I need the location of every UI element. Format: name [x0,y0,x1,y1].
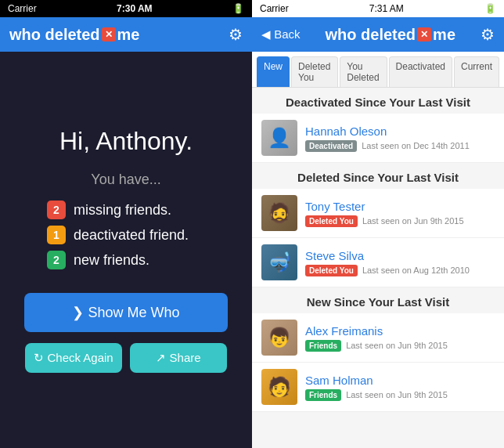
avatar: 🧔 [261,195,297,231]
friend-name: Hannah Oleson [305,125,495,138]
x-icon: ✕ [102,27,116,42]
battery-icon: 🔋 [232,3,244,14]
friend-name: Sam Holman [305,374,495,387]
stat-row: 2missing friends. [47,201,189,219]
stat-badge: 1 [47,226,66,244]
right-title-me: me [433,26,455,44]
right-battery: 🔋 [484,3,496,14]
right-content: Deactivated Since Your Last Visit👤Hannah… [252,88,504,448]
list-item[interactable]: 🧑Sam HolmanFriendsLast seen on Jun 9th 2… [252,363,504,412]
left-carrier: Carrier [8,3,37,14]
share-button[interactable]: ↗ Share [130,343,227,373]
section-header: Deactivated Since Your Last Visit [252,88,504,114]
friend-info: Tony TesterDeleted YouLast seen on Jun 9… [305,200,495,227]
tab-deleted-you[interactable]: Deleted You [291,56,338,87]
right-header: ◀ Back who deleted ✕ me ⚙ [252,17,504,52]
right-x-icon: ✕ [417,27,431,42]
last-seen-text: Last seen on Aug 12th 2010 [362,266,470,275]
right-time: 7:31 AM [369,3,404,14]
greeting-text: Hi, Anthony. [59,127,193,156]
stat-row: 2new friends. [47,251,189,269]
stat-label: new friends. [74,252,149,269]
friend-info: Steve SilvaDeleted YouLast seen on Aug 1… [305,249,495,276]
settings-icon[interactable]: ⚙ [229,25,243,44]
right-app-title: who deleted ✕ me [326,26,455,44]
show-me-who-button[interactable]: ❯ Show Me Who [24,293,228,332]
stat-label: missing friends. [74,202,171,219]
friend-info: Sam HolmanFriendsLast seen on Jun 9th 20… [305,374,495,401]
friend-meta: DeactivatedLast seen on Dec 14th 2011 [305,140,495,152]
left-time: 7:30 AM [117,3,153,14]
avatar: 👦 [261,320,297,356]
left-content: Hi, Anthony. You have... 2missing friend… [0,52,252,448]
stat-badge: 2 [47,251,66,269]
list-item[interactable]: 👤Hannah OlesonDeactivatedLast seen on De… [252,114,504,163]
list-item[interactable]: 👦Alex FreimanisFriendsLast seen on Jun 9… [252,313,504,363]
tab-deactivated[interactable]: Deactivated [389,56,452,87]
left-header: who deleted ✕ me ⚙ [0,17,252,52]
friend-info: Alex FreimanisFriendsLast seen on Jun 9t… [305,324,495,352]
friend-meta: Deleted YouLast seen on Jun 9th 2015 [305,215,495,227]
friend-meta: FriendsLast seen on Jun 9th 2015 [305,340,495,352]
friend-info: Hannah OlesonDeactivatedLast seen on Dec… [305,125,495,152]
avatar: 🤿 [261,244,297,280]
right-title-who: who deleted [326,26,416,44]
status-badge: Friends [305,389,341,401]
last-seen-text: Last seen on Dec 14th 2011 [362,141,470,150]
section-header: Deleted Since Your Last Visit [252,163,504,189]
tabs-bar: NewDeleted YouYou DeletedDeactivatedCurr… [252,52,504,88]
last-seen-text: Last seen on Jun 9th 2015 [346,341,448,350]
stat-label: deactivated friend. [74,227,189,244]
right-status-bar: Carrier 7:31 AM 🔋 [252,0,504,17]
friend-name: Steve Silva [305,249,495,262]
title-me: me [117,26,140,44]
right-panel: Carrier 7:31 AM 🔋 ◀ Back who deleted ✕ m… [252,0,504,448]
you-have-text: You have... [91,172,160,188]
back-button[interactable]: ◀ Back [261,27,301,42]
list-item[interactable]: 🧔Tony TesterDeleted YouLast seen on Jun … [252,189,504,238]
secondary-buttons: ↻ Check Again ↗ Share [25,343,227,373]
status-badge: Deleted You [305,215,358,227]
left-status-bar: Carrier 7:30 AM 🔋 [0,0,252,17]
friend-meta: Deleted YouLast seen on Aug 12th 2010 [305,265,495,276]
check-again-button[interactable]: ↻ Check Again [25,343,122,373]
friend-name: Tony Tester [305,200,495,213]
status-badge: Deleted You [305,265,358,276]
friend-meta: FriendsLast seen on Jun 9th 2015 [305,389,495,401]
tab-current[interactable]: Current [454,56,499,87]
stats-list: 2missing friends.1deactivated friend.2ne… [16,201,189,269]
list-item[interactable]: 🤿Steve SilvaDeleted YouLast seen on Aug … [252,238,504,287]
status-badge: Deactivated [305,140,357,152]
stat-row: 1deactivated friend. [47,226,189,244]
left-panel: Carrier 7:30 AM 🔋 who deleted ✕ me ⚙ Hi,… [0,0,252,448]
friend-name: Alex Freimanis [305,324,495,338]
right-carrier: Carrier [260,3,289,14]
section-header: New Since Your Last Visit [252,287,504,313]
last-seen-text: Last seen on Jun 9th 2015 [362,216,464,226]
tab-you-deleted[interactable]: You Deleted [340,56,387,87]
left-app-title: who deleted ✕ me [9,26,139,44]
stat-badge: 2 [47,201,66,219]
tab-new[interactable]: New [257,56,290,87]
status-badge: Friends [305,340,341,352]
avatar: 🧑 [261,369,297,405]
title-who: who deleted [9,26,100,44]
left-battery: 🔋 [232,3,244,14]
avatar: 👤 [261,120,297,156]
right-settings-icon[interactable]: ⚙ [481,25,495,44]
last-seen-text: Last seen on Jun 9th 2015 [346,390,448,399]
